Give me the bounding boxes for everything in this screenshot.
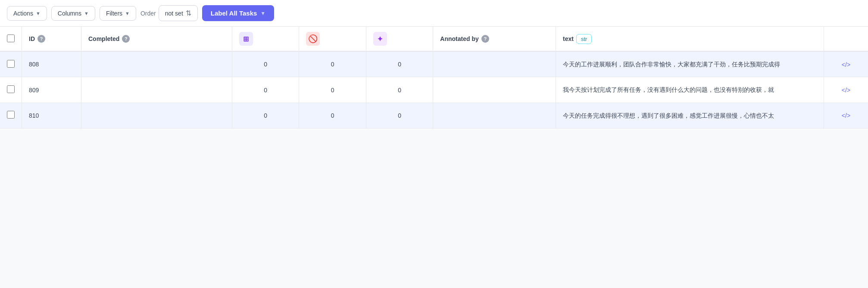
row-checkbox[interactable]: [7, 60, 15, 68]
table-row: 808 0 0 0 今天的工作进展顺利，团队合作非常愉快，大家都充满了干劲，任务…: [0, 51, 868, 77]
completed-help-icon[interactable]: ?: [122, 35, 130, 43]
row-annotated-by: [433, 103, 556, 128]
th-completed: Completed ?: [81, 27, 232, 51]
columns-chevron-icon: ▼: [84, 11, 89, 16]
th-text-label: text: [563, 35, 574, 42]
row-completed: [81, 103, 232, 128]
id-help-icon[interactable]: ?: [37, 35, 45, 43]
columns-label: Columns: [58, 10, 81, 17]
label-all-tasks-label: Label All Tasks: [211, 9, 257, 17]
label-all-tasks-button[interactable]: Label All Tasks ▼: [202, 5, 274, 21]
th-completed-label: Completed: [88, 35, 119, 42]
columns-button[interactable]: Columns ▼: [51, 6, 95, 21]
th-expand: ⊞: [232, 27, 299, 51]
filters-chevron-icon: ▼: [125, 11, 130, 16]
row-skip-count: 0: [299, 77, 366, 103]
order-value: not set: [165, 10, 183, 17]
filters-label: Filters: [106, 10, 122, 17]
th-skip: 🚫: [299, 27, 366, 51]
row-id: 808: [22, 51, 81, 77]
table-header-row: ID ? Completed ? ⊞ �: [0, 27, 868, 51]
th-id: ID ?: [22, 27, 81, 51]
row-checkbox-cell: [0, 77, 22, 103]
row-expand-count: 0: [232, 103, 299, 128]
row-checkbox-cell: [0, 51, 22, 77]
filters-button[interactable]: Filters ▼: [100, 6, 136, 21]
row-expand-count: 0: [232, 77, 299, 103]
row-annotated-by: [433, 77, 556, 103]
row-star-count: 0: [366, 51, 433, 77]
annotated-by-help-icon[interactable]: ?: [481, 35, 489, 43]
row-checkbox[interactable]: [7, 111, 15, 119]
row-checkbox[interactable]: [7, 85, 15, 93]
skip-icon: 🚫: [306, 32, 320, 46]
row-annotated-by: [433, 51, 556, 77]
table-body: 808 0 0 0 今天的工作进展顺利，团队合作非常愉快，大家都充满了干劲，任务…: [0, 51, 868, 128]
row-checkbox-cell: [0, 103, 22, 128]
code-icon[interactable]: </>: [842, 61, 850, 68]
row-code-cell: </>: [824, 77, 868, 103]
order-value-button[interactable]: not set ⇅: [159, 5, 198, 21]
actions-button[interactable]: Actions ▼: [7, 6, 47, 21]
row-id: 809: [22, 77, 81, 103]
th-star: ✦: [366, 27, 433, 51]
th-actions-col: [824, 27, 868, 51]
row-completed: [81, 51, 232, 77]
order-sort-icon: ⇅: [186, 9, 191, 17]
str-badge: str: [576, 34, 592, 44]
row-expand-count: 0: [232, 51, 299, 77]
row-text: 我今天按计划完成了所有任务，没有遇到什么大的问题，也没有特别的收获，就: [556, 77, 824, 103]
row-text: 今天的任务完成得很不理想，遇到了很多困难，感觉工作进展很慢，心情也不太: [556, 103, 824, 128]
label-all-chevron-icon: ▼: [260, 10, 265, 16]
table-row: 809 0 0 0 我今天按计划完成了所有任务，没有遇到什么大的问题，也没有特别…: [0, 77, 868, 103]
row-code-cell: </>: [824, 51, 868, 77]
th-text: text str: [556, 27, 824, 51]
th-annotated-by: Annotated by ?: [433, 27, 556, 51]
actions-label: Actions: [13, 10, 33, 17]
row-skip-count: 0: [299, 103, 366, 128]
code-icon[interactable]: </>: [842, 87, 850, 94]
actions-chevron-icon: ▼: [36, 11, 41, 16]
th-checkbox: [0, 27, 22, 51]
row-code-cell: </>: [824, 103, 868, 128]
expand-icon: ⊞: [239, 32, 253, 46]
star-icon: ✦: [373, 32, 387, 46]
order-group: Order not set ⇅: [141, 5, 198, 21]
row-skip-count: 0: [299, 51, 366, 77]
th-id-label: ID: [29, 35, 35, 42]
row-star-count: 0: [366, 77, 433, 103]
order-label: Order: [141, 10, 156, 17]
tasks-table-wrap: ID ? Completed ? ⊞ �: [0, 27, 868, 128]
row-star-count: 0: [366, 103, 433, 128]
select-all-checkbox[interactable]: [7, 34, 15, 42]
code-icon[interactable]: </>: [842, 113, 850, 119]
toolbar: Actions ▼ Columns ▼ Filters ▼ Order not …: [0, 0, 868, 27]
row-id: 810: [22, 103, 81, 128]
th-annotated-by-label: Annotated by: [440, 35, 478, 42]
row-text: 今天的工作进展顺利，团队合作非常愉快，大家都充满了干劲，任务比预期完成得: [556, 51, 824, 77]
tasks-table: ID ? Completed ? ⊞ �: [0, 27, 868, 128]
row-completed: [81, 77, 232, 103]
table-row: 810 0 0 0 今天的任务完成得很不理想，遇到了很多困难，感觉工作进展很慢，…: [0, 103, 868, 128]
